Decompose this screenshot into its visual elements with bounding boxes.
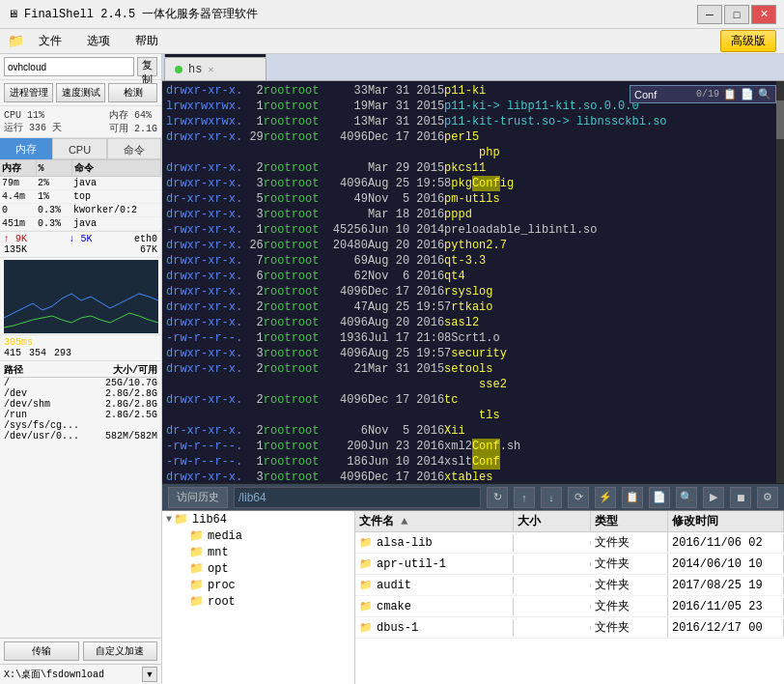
stats-left: CPU 11% 运行 336 天	[4, 110, 62, 134]
up-icon[interactable]: ↑	[514, 487, 535, 508]
copy-file-icon[interactable]: 📄	[649, 487, 670, 508]
browse-button[interactable]: ▼	[142, 667, 157, 682]
tree-item[interactable]: 📁root	[162, 593, 354, 610]
server-address-input[interactable]	[4, 57, 134, 76]
disk-size: 2.8G/2.8G	[105, 399, 157, 410]
folder-icon: 📁	[174, 512, 188, 527]
tab-indicator	[175, 66, 182, 73]
file-name: 📁audit	[355, 577, 514, 594]
file-list-item[interactable]: 📁audit 文件夹 2017/08/25 19	[355, 575, 784, 596]
col-mem: 内存	[0, 160, 36, 177]
file-type: 文件夹	[591, 617, 668, 638]
disk-path: /dev	[4, 388, 27, 399]
file-list-item[interactable]: 📁alsa-lib 文件夹 2016/11/06 02	[355, 532, 784, 554]
file-size	[514, 626, 591, 630]
tree-item[interactable]: 📁opt	[162, 560, 354, 577]
folder-icon: 📁	[189, 578, 204, 592]
file-type: 文件夹	[591, 532, 668, 553]
tree-item-label: proc	[208, 579, 236, 592]
left-action-buttons: 进程管理 速度测试 检测	[0, 80, 161, 106]
terminal-line: drwxr-xr-x. 29 root root 4096 Dec 17 201…	[166, 129, 780, 145]
terminal-line: drwxr-xr-x. 3 root root 4096 Dec 17 2016…	[166, 470, 780, 483]
transfer-button[interactable]: 传输	[4, 641, 79, 661]
folder-icon: 📁	[359, 601, 373, 613]
terminal-line: drwxr-xr-x. 6 root root 62 Nov 6 2016 qt…	[166, 269, 780, 284]
mem-tab[interactable]: 内存	[0, 138, 52, 159]
advanced-btn[interactable]: 高级版	[720, 30, 776, 52]
tree-root[interactable]: ▼ 📁 lib64	[162, 511, 354, 527]
process-cmd: kworker/0:2	[71, 204, 161, 217]
menu-options[interactable]: 选项	[76, 30, 121, 52]
terminal-scrollbar[interactable]	[776, 81, 784, 483]
folder-icon: 📁	[359, 558, 373, 570]
terminal-line: lrwxrwxrwx. 1 root root 13 Mar 31 2015 p…	[166, 114, 780, 129]
tree-item-label: media	[208, 529, 242, 543]
process-cmd: top	[71, 190, 161, 204]
file-list-item[interactable]: 📁apr-util-1 文件夹 2014/06/10 10	[355, 554, 784, 575]
terminal-line: php	[166, 145, 780, 160]
download-icon[interactable]: ↓	[541, 487, 562, 508]
terminal-line: -rw-r--r--. 1 root root 186 Jun 10 2014 …	[166, 454, 780, 470]
file-list-item[interactable]: 📁dbus-1 文件夹 2016/12/17 00	[355, 617, 784, 639]
file-type: 文件夹	[591, 554, 668, 574]
settings-icon[interactable]: ⚙	[757, 487, 778, 508]
uptime-stat: 运行 336 天	[4, 121, 62, 134]
mem-pct-stat: 内存 64%	[109, 108, 157, 122]
history-button[interactable]: 访问历史	[168, 487, 228, 508]
close-button[interactable]: ✕	[751, 5, 776, 24]
folder-icon: 📁	[189, 594, 204, 609]
copy-button[interactable]: 复制	[137, 57, 157, 76]
cpu-stat: CPU 11%	[4, 110, 62, 121]
menu-help[interactable]: 帮助	[125, 30, 169, 52]
terminal-line: drwxr-xr-x. 3 root root Mar 18 2016 pppd	[166, 207, 780, 222]
file-list-item[interactable]: 📁cmake 文件夹 2016/11/05 23	[355, 596, 784, 617]
disk-row: /dev/usr/0...582M/582M	[4, 431, 157, 442]
check-button[interactable]: 检测	[108, 83, 157, 102]
tree-item-expand-icon	[182, 580, 187, 590]
disk-row: /sys/fs/cg...	[4, 420, 157, 431]
file-size	[514, 584, 591, 587]
tree-item-label: opt	[208, 562, 229, 576]
clipboard-icon[interactable]: 📋	[622, 487, 643, 508]
folder-icon: 📁	[359, 537, 373, 549]
search-files-icon[interactable]: 🔍	[676, 487, 697, 508]
tree-item[interactable]: 📁media	[162, 527, 354, 544]
search-copy-icon[interactable]: 📋	[723, 88, 737, 100]
cmd-tab[interactable]: 命令	[107, 138, 161, 159]
file-name: 📁alsa-lib	[355, 534, 514, 552]
tree-item[interactable]: 📁mnt	[162, 544, 354, 560]
lightning-icon[interactable]: ⚡	[595, 487, 616, 508]
left-panel: 复制 进程管理 速度测试 检测 CPU 11% 运行 336 天 内存 64% …	[0, 54, 162, 684]
sync-icon[interactable]: ⟳	[568, 487, 589, 508]
terminal[interactable]: drwxr-xr-x. 2 root root 33 Mar 31 2015 p…	[162, 81, 784, 483]
custom-accel-button[interactable]: 自定义加速	[83, 641, 158, 661]
path-input[interactable]	[234, 487, 481, 508]
svg-rect-0	[4, 260, 158, 333]
terminal-line: drwxr-xr-x. 3 root root 4096 Aug 25 19:5…	[166, 176, 780, 191]
play-icon[interactable]: ▶	[703, 487, 724, 508]
tree-item[interactable]: 📁proc	[162, 577, 354, 593]
menu-file[interactable]: 文件	[28, 30, 72, 52]
mem-val-stat: 可用 2.1G	[109, 122, 157, 135]
process-mgr-button[interactable]: 进程管理	[4, 83, 53, 102]
tree-root-label: lib64	[192, 513, 227, 527]
col-date: 修改时间	[668, 511, 784, 531]
minimize-button[interactable]: ─	[697, 5, 722, 24]
process-mem: 0	[0, 204, 36, 217]
terminal-line: drwxr-xr-x. 3 root root 4096 Aug 25 19:5…	[166, 346, 780, 361]
titlebar-left: 🖥 FinalShell 2.4.5 一体化服务器管理软件	[8, 6, 258, 22]
refresh-icon[interactable]: ↻	[487, 487, 508, 508]
terminal-line: drwxr-xr-x. 2 root root 4096 Dec 17 2016…	[166, 392, 780, 408]
search-doc-icon[interactable]: 📄	[741, 88, 754, 100]
tab-hs[interactable]: hs✕	[164, 57, 266, 80]
tab-close-icon[interactable]: ✕	[208, 64, 213, 75]
cpu-mem-tabs: 内存 CPU 命令	[0, 138, 161, 160]
tab-bar: ovhcloud✕linode✕hs✕	[162, 54, 784, 81]
stop-icon[interactable]: ⏹	[730, 487, 751, 508]
maximize-button[interactable]: □	[724, 5, 749, 24]
terminal-search-input[interactable]	[634, 89, 692, 100]
cpu-tab[interactable]: CPU	[52, 138, 106, 159]
search-icon[interactable]: 🔍	[758, 88, 771, 100]
terminal-line: sse2	[166, 377, 780, 392]
speed-test-button[interactable]: 速度测试	[56, 83, 105, 102]
